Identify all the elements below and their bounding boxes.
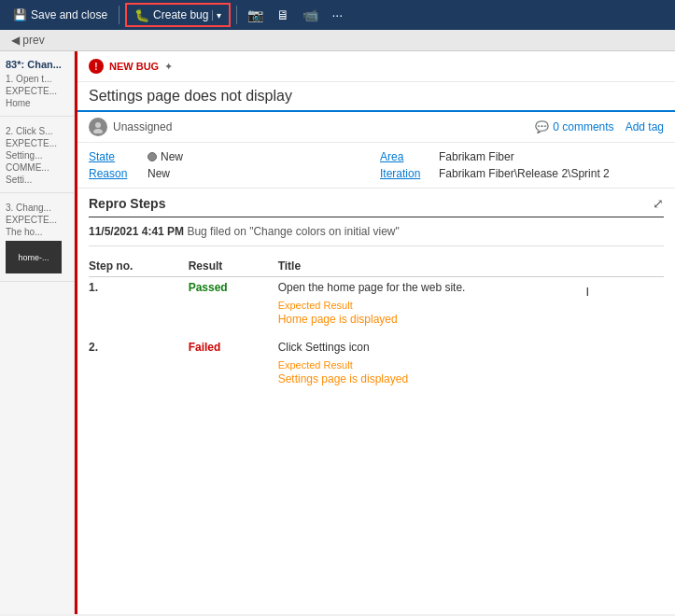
iteration-label[interactable]: Iteration [380, 167, 431, 180]
video-button[interactable]: 📹 [298, 3, 323, 27]
comment-icon: 💬 [535, 120, 549, 133]
expand-icon[interactable]: ⤢ [653, 196, 664, 211]
step-spacer-1 [89, 329, 664, 337]
save-close-label: Save and close [31, 8, 107, 21]
step-content-1: Open the home page for the web site. Exp… [278, 277, 664, 330]
bug-meta-row: Unassigned 💬 0 comments Add tag [77, 112, 675, 143]
bug-form: ! NEW BUG ✦ Unassigned 💬 0 comments Add … [75, 51, 675, 614]
comments-button[interactable]: 💬 0 comments [535, 120, 613, 133]
bug-title-input[interactable] [77, 82, 675, 112]
svg-point-1 [93, 129, 103, 133]
step-row-2: 2. Failed Click Settings icon Expected R… [89, 337, 664, 389]
left-item-3-text: The ho... [6, 227, 68, 237]
area-value: Fabrikam Fiber [439, 150, 514, 163]
step-expected-value-1: Home page is displayed [278, 313, 658, 326]
step-content-2: Click Settings icon Expected Result Sett… [278, 337, 664, 389]
assignee-label: Unassigned [113, 120, 172, 133]
reason-label[interactable]: Reason [89, 167, 140, 180]
state-value: New [161, 150, 183, 163]
repro-section: Repro Steps ⤢ 11/5/2021 4:41 PM Bug file… [77, 189, 675, 404]
toolbar-divider-2 [236, 6, 237, 24]
area-field-row: Area Fabrikam Fiber [380, 150, 664, 163]
save-close-button[interactable]: 💾 Save and close [7, 3, 113, 27]
create-bug-label: Create bug [153, 8, 208, 21]
left-item-3-img: home-... [6, 241, 62, 273]
left-item-2-setting: Setting... [6, 150, 68, 161]
reason-value: New [148, 167, 170, 180]
state-label[interactable]: State [89, 150, 140, 163]
col-stepno: Step no. [89, 256, 189, 277]
left-item-3-num: 3. Chang... [6, 203, 68, 213]
prev-nav[interactable]: ◀ prev [0, 30, 675, 51]
step-expected-label-2: Expected Result [278, 359, 658, 371]
repro-title: Repro Steps [89, 196, 165, 211]
iteration-field-row: Iteration Fabrikam Fiber\Release 2\Sprin… [380, 167, 664, 180]
meta-assign[interactable]: Unassigned [89, 118, 172, 136]
left-item-1[interactable]: 83*: Chan... 1. Open t... EXPECTE... Hom… [0, 51, 74, 117]
add-tag-label: Add tag [626, 120, 664, 133]
repro-filed-description: Bug filed on "Change colors on initial v… [187, 225, 399, 238]
col-title: Title [278, 256, 664, 277]
left-item-3-img-label: home-... [18, 253, 49, 262]
left-item-1-num: 83*: Chan... [6, 59, 68, 70]
camera-icon: 📷 [247, 7, 263, 22]
state-dot [148, 152, 157, 161]
step-num-1: 1. [89, 277, 189, 330]
step-expected-value-2: Settings page is displayed [278, 372, 658, 385]
create-bug-icon: 🐛 [134, 8, 149, 22]
left-item-2-comment: COMME... [6, 162, 68, 173]
save-icon: 💾 [13, 8, 27, 21]
repro-header: Repro Steps ⤢ [89, 196, 664, 217]
steps-header-row: Step no. Result Title [89, 256, 664, 277]
state-field-row: State New [89, 150, 373, 163]
left-item-2-setti2: Setti... [6, 175, 68, 185]
iteration-value: Fabrikam Fiber\Release 2\Sprint 2 [439, 167, 610, 180]
bug-new-indicator: ✦ [164, 61, 173, 73]
step-result-1: Passed [189, 277, 278, 330]
create-bug-dropdown-arrow[interactable]: ▾ [212, 10, 221, 21]
left-item-3-expected: EXPECTE... [6, 215, 68, 225]
state-value-container: New [148, 150, 183, 163]
reason-field-row: Reason New [89, 167, 373, 180]
repro-meta: 11/5/2021 4:41 PM Bug filed on "Change c… [89, 225, 664, 246]
left-item-2[interactable]: 2. Click S... EXPECTE... Setting... COMM… [0, 117, 74, 193]
step-expected-label-1: Expected Result [278, 300, 658, 311]
avatar [89, 118, 107, 136]
left-item-1-expected: EXPECTE... [6, 86, 68, 96]
bug-header: ! NEW BUG ✦ [77, 51, 675, 82]
bug-label: NEW BUG [109, 61, 159, 72]
svg-point-0 [95, 122, 101, 128]
video-icon: 📹 [302, 7, 318, 22]
left-item-1-home: Home [6, 98, 68, 108]
repro-date: 11/5/2021 4:41 PM [89, 225, 184, 238]
screen-button[interactable]: 🖥 [272, 3, 294, 27]
step-result-2: Failed [189, 337, 278, 389]
more-button[interactable]: ··· [327, 3, 347, 27]
step-num-2: 2. [89, 337, 189, 389]
camera-button[interactable]: 📷 [243, 3, 268, 27]
step-spacer-2 [89, 389, 664, 397]
left-item-3[interactable]: 3. Chang... EXPECTE... The ho... home-..… [0, 193, 74, 282]
step-title-2: Click Settings icon [278, 341, 658, 354]
screen-icon: 🖥 [276, 7, 289, 22]
comments-count: 0 comments [553, 120, 613, 133]
main-area: 83*: Chan... 1. Open t... EXPECTE... Hom… [0, 51, 675, 614]
toolbar: 💾 Save and close 🐛 Create bug ▾ 📷 🖥 📹 ··… [0, 0, 675, 30]
left-item-2-num: 2. Click S... [6, 126, 68, 136]
left-panel: 83*: Chan... 1. Open t... EXPECTE... Hom… [0, 51, 75, 614]
toolbar-divider [119, 6, 120, 24]
more-icon: ··· [331, 7, 343, 22]
left-item-1-label1: 1. Open t... [6, 74, 68, 84]
step-title-1: Open the home page for the web site. [278, 281, 658, 294]
add-tag-button[interactable]: Add tag [626, 120, 664, 133]
create-bug-button[interactable]: 🐛 Create bug ▾ [125, 3, 231, 27]
left-item-2-expected: EXPECTE... [6, 138, 68, 148]
fields-grid: State New Area Fabrikam Fiber Reason New… [77, 143, 675, 189]
area-label[interactable]: Area [380, 150, 431, 163]
prev-nav-label[interactable]: ◀ prev [11, 34, 45, 47]
col-result: Result [189, 256, 278, 277]
steps-table: Step no. Result Title 1. Passed Open the… [89, 256, 664, 397]
bug-type-icon: ! [89, 59, 104, 74]
step-row-1: 1. Passed Open the home page for the web… [89, 277, 664, 330]
text-cursor: I [585, 285, 589, 299]
